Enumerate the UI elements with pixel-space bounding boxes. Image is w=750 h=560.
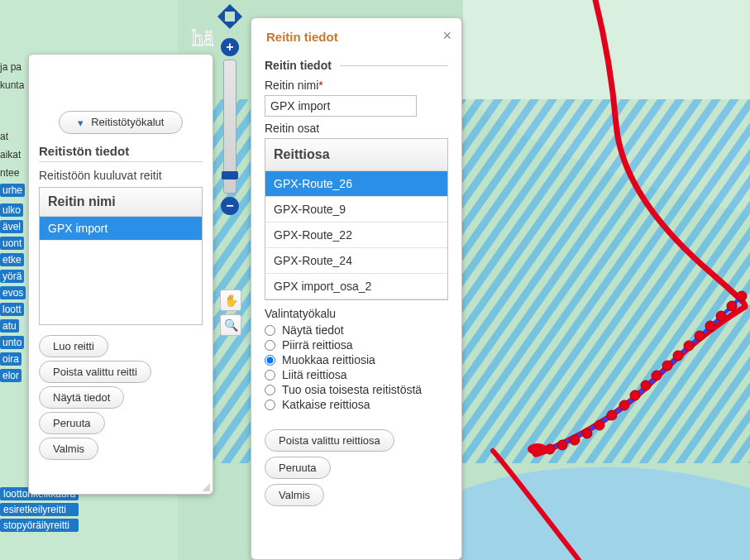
- route-network-info-heading: Reitistön tiedot: [39, 144, 203, 162]
- route-parts-label: Reitin osat: [265, 122, 448, 135]
- left-cropped-labels: ja pa kunta at aikat ntee urhe ulko ävel…: [0, 58, 29, 384]
- tag-fragment[interactable]: esiretkeilyreitti: [0, 503, 79, 516]
- resize-handle-icon[interactable]: [200, 481, 210, 491]
- tag-fragment[interactable]: atu: [0, 319, 19, 333]
- svg-point-6: [716, 311, 726, 321]
- panel-title: Reitin tiedot: [266, 30, 448, 44]
- tag-fragment[interactable]: ävel: [0, 220, 23, 233]
- close-button[interactable]: ×: [442, 28, 451, 43]
- route-tools-dropdown[interactable]: ▾ Reitistötyökalut: [59, 111, 183, 134]
- show-details-button[interactable]: Näytä tiedot: [39, 386, 124, 409]
- routes-list-header: Reitin nimi: [40, 188, 202, 217]
- table-row[interactable]: GPX import_osa_2: [265, 274, 447, 299]
- radio-input[interactable]: [265, 400, 275, 410]
- map-nav-controls: + −: [218, 0, 241, 217]
- route-name-label: Reitin nimi*: [265, 79, 448, 92]
- hand-icon: ✋: [224, 294, 238, 307]
- required-asterisk: *: [318, 79, 322, 92]
- zoom-slider-thumb[interactable]: [222, 171, 238, 179]
- route-tools-panel: ▾ Reitistötyökalut Reitistön tiedot Reit…: [28, 54, 213, 495]
- delete-selected-route-button[interactable]: Poista valittu reitti: [39, 361, 151, 383]
- svg-point-12: [652, 371, 662, 381]
- radio-input[interactable]: [265, 340, 275, 351]
- selection-tool-label: Valintatyökalu: [265, 307, 448, 320]
- zoom-box-tool-button[interactable]: 🔍: [220, 314, 241, 336]
- tag-fragment[interactable]: uont: [0, 237, 24, 250]
- svg-point-17: [595, 420, 604, 430]
- radio-label: Piirrä reittiosa: [282, 338, 353, 352]
- table-row[interactable]: GPX-Route_26: [265, 171, 447, 197]
- radio-attach-part[interactable]: Liitä reittiosa: [265, 368, 448, 381]
- svg-point-11: [662, 361, 672, 371]
- cancel-button[interactable]: Peruuta: [265, 457, 331, 479]
- table-row[interactable]: GPX-Route_9: [265, 197, 447, 223]
- svg-point-7: [705, 321, 715, 331]
- list-item[interactable]: GPX import: [40, 217, 202, 241]
- tag-fragment[interactable]: evos: [0, 286, 26, 299]
- tag-fragment[interactable]: stopyöräilyreitti: [0, 519, 79, 532]
- radio-show-details[interactable]: Näytä tiedot: [265, 323, 448, 337]
- radio-label: Tuo osia toisesta reitistöstä: [282, 383, 422, 396]
- tag-fragment[interactable]: loott: [0, 303, 24, 316]
- zoom-out-button[interactable]: −: [221, 197, 239, 215]
- tag-fragment[interactable]: unto: [0, 336, 24, 349]
- map-watermark: hä: [192, 25, 214, 50]
- radio-input[interactable]: [265, 385, 275, 395]
- svg-point-14: [630, 390, 640, 400]
- crop-frag: at: [0, 127, 29, 146]
- crop-frag: ntee: [0, 164, 29, 182]
- radio-input[interactable]: [265, 370, 275, 381]
- pan-tool-button[interactable]: ✋: [220, 290, 241, 311]
- tag-fragment[interactable]: etke: [0, 253, 24, 266]
- radio-label: Näytä tiedot: [282, 323, 344, 337]
- routes-listbox[interactable]: Reitin nimi GPX import: [39, 187, 203, 325]
- radio-label: Muokkaa reittiosia: [282, 353, 375, 366]
- svg-point-20: [557, 440, 567, 450]
- tag-fragment[interactable]: urhe: [0, 184, 25, 197]
- svg-point-10: [673, 351, 683, 361]
- radio-input[interactable]: [265, 325, 275, 336]
- legend-rule: [340, 65, 448, 66]
- route-name-input[interactable]: [265, 95, 417, 117]
- svg-point-22: [528, 443, 547, 455]
- table-row[interactable]: GPX-Route_22: [265, 223, 447, 248]
- crop-frag: kunta: [0, 76, 29, 94]
- radio-edit-parts[interactable]: Muokkaa reittiosia: [265, 353, 448, 366]
- radio-cut-part[interactable]: Katkaise reittiosa: [265, 398, 448, 411]
- zoom-in-button[interactable]: +: [221, 38, 239, 56]
- tag-fragment[interactable]: ulko: [0, 203, 23, 217]
- done-button[interactable]: Valmis: [265, 484, 324, 506]
- svg-point-5: [727, 301, 737, 311]
- tag-fragment[interactable]: elor: [0, 369, 21, 382]
- svg-point-4: [737, 291, 747, 301]
- radio-import-parts[interactable]: Tuo osia toisesta reitistöstä: [265, 383, 448, 396]
- radio-draw-part[interactable]: Piirrä reittiosa: [265, 338, 448, 352]
- svg-point-15: [619, 400, 629, 410]
- tag-fragment[interactable]: oira: [0, 352, 21, 366]
- pan-west-icon[interactable]: [210, 9, 225, 24]
- zoom-slider[interactable]: [223, 60, 236, 194]
- route-parts-grid[interactable]: Reittiosa GPX-Route_26 GPX-Route_9 GPX-R…: [265, 138, 448, 300]
- pan-east-icon[interactable]: [235, 9, 250, 24]
- done-button[interactable]: Valmis: [39, 438, 98, 460]
- route-parts-grid-header: Reittiosa: [265, 139, 447, 171]
- route-details-panel: Reitin tiedot × Reitin tiedot Reitin nim…: [251, 17, 462, 560]
- svg-point-16: [607, 410, 617, 420]
- delete-selected-part-button[interactable]: Poista valittu reittiosa: [265, 429, 394, 452]
- table-row[interactable]: GPX-Route_24: [265, 248, 447, 274]
- svg-point-18: [582, 428, 592, 438]
- route-tools-dropdown-label: Reitistötyökalut: [91, 116, 164, 128]
- crop-frag: ja pa: [0, 58, 29, 76]
- pan-wheel[interactable]: [213, 0, 246, 33]
- tag-fragment[interactable]: yörä: [0, 270, 24, 283]
- fieldset-legend: Reitin tiedot: [265, 59, 332, 72]
- caret-down-icon: ▾: [78, 117, 84, 129]
- radio-label: Liitä reittiosa: [282, 368, 347, 381]
- close-icon: ×: [442, 27, 451, 44]
- create-route-button[interactable]: Luo reitti: [39, 335, 108, 357]
- magnifier-plus-icon: 🔍: [224, 318, 238, 332]
- routes-list-label: Reitistöön kuuluvat reitit: [39, 169, 203, 182]
- cancel-button[interactable]: Peruuta: [39, 412, 105, 434]
- radio-input[interactable]: [265, 355, 275, 366]
- route-name-label-text: Reitin nimi: [265, 79, 318, 92]
